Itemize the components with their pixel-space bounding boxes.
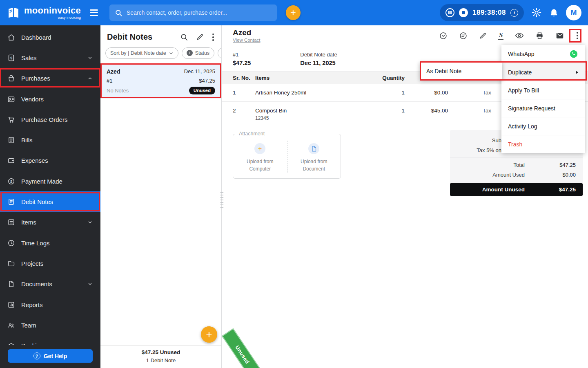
- wallet-icon: [7, 157, 15, 164]
- help-question-icon: ?: [33, 352, 40, 359]
- add-debit-note-button[interactable]: +: [201, 326, 217, 343]
- get-help-label: Get Help: [44, 353, 67, 359]
- pause-icon[interactable]: [445, 8, 454, 17]
- global-search[interactable]: [109, 4, 277, 21]
- sidebar-item-documents[interactable]: Documents: [0, 274, 100, 294]
- topbar: mooninvoice easy invoicing + 189:38:08 i…: [0, 0, 588, 25]
- document-icon: [7, 280, 15, 288]
- menu-item-whatsapp[interactable]: WhatsApp: [501, 45, 585, 63]
- row-price: $0.00: [405, 90, 448, 96]
- view-contact-link[interactable]: View Contact: [233, 38, 261, 43]
- home-icon: [7, 34, 15, 41]
- vendors-card-icon: [7, 95, 15, 103]
- debit-note-list-item[interactable]: Azed Dec 11, 2025 #1 $47.25 No Notes Unu…: [100, 64, 221, 99]
- status-chip-label: Status: [195, 50, 209, 56]
- note-number: #1: [107, 78, 112, 84]
- sidebar-item-sales[interactable]: $ Sales: [0, 47, 100, 68]
- print-icon[interactable]: [535, 31, 544, 40]
- folder-icon: [7, 260, 15, 267]
- detail-title: Azed: [233, 29, 261, 36]
- col-sr-no: Sr. No.: [233, 75, 255, 81]
- notifications-bell-icon[interactable]: [549, 8, 559, 18]
- sort-by-label: Sort by | Debit Note date: [110, 50, 166, 56]
- mooninvoice-logo-icon: [7, 7, 20, 19]
- unused-status-badge: Unused: [189, 87, 215, 94]
- sidebar-item-items[interactable]: Items: [0, 212, 100, 233]
- note-amount: $47.25: [199, 78, 215, 84]
- sidebar-item-vendors[interactable]: Vendors: [0, 89, 100, 109]
- adjustments-icon[interactable]: [459, 31, 468, 40]
- edit-pencil-icon[interactable]: [196, 33, 204, 41]
- col-quantity: Quantity: [368, 75, 405, 81]
- amount-used-value: $0.00: [549, 172, 583, 178]
- debit-note-icon: [7, 198, 15, 206]
- sidebar-item-label: Expenses: [21, 157, 93, 164]
- hamburger-menu-icon[interactable]: [87, 5, 100, 20]
- sidebar-item-projects[interactable]: Projects: [0, 253, 100, 274]
- sidebar-item-label: Vendors: [21, 96, 93, 103]
- preview-eye-icon[interactable]: [515, 31, 524, 40]
- detail-context-menu: WhatsApp Duplicate Apply To Bill Signatu…: [501, 45, 585, 153]
- list-search-icon[interactable]: [180, 33, 188, 41]
- sidebar-item-label: Bills: [21, 137, 93, 144]
- filter-chips-row: Sort by | Debit Note date + Status: [100, 47, 221, 64]
- footer-note-count: 1 Debit Note: [100, 357, 221, 364]
- status-filter-chip[interactable]: + Status: [182, 47, 214, 59]
- menu-item-signature-request[interactable]: Signature Request: [501, 99, 585, 117]
- sidebar-item-label: Documents: [21, 280, 81, 287]
- email-icon[interactable]: [555, 31, 564, 40]
- sidebar-item-label: Purchases: [21, 75, 81, 82]
- info-icon[interactable]: i: [510, 9, 518, 17]
- clipped-filter-chip[interactable]: [218, 47, 221, 59]
- attachment-legend: Attachment: [236, 131, 267, 137]
- sidebar-item-time-logs[interactable]: Time Logs: [0, 233, 100, 253]
- sidebar-item-reports[interactable]: Reports: [0, 294, 100, 315]
- search-icon: [115, 9, 122, 17]
- amount-unused-value: $47.25: [549, 186, 583, 193]
- menu-item-duplicate[interactable]: Duplicate: [501, 63, 585, 81]
- user-avatar[interactable]: M: [566, 5, 581, 20]
- detail-kebab-menu-icon[interactable]: [576, 30, 579, 41]
- upload-from-document[interactable]: Upload from Document: [287, 141, 341, 173]
- quick-add-button[interactable]: +: [286, 5, 301, 20]
- note-notes-text: No Notes: [107, 88, 129, 94]
- row-tax: Tax: [448, 90, 491, 96]
- row-item-name: Compost Bin 12345: [255, 108, 368, 121]
- sidebar-item-payment-made[interactable]: $ Payment Made: [0, 171, 100, 191]
- upload-document-icon: [308, 143, 319, 154]
- sidebar-item-bills[interactable]: Bills: [0, 130, 100, 150]
- sidebar-item-debit-notes[interactable]: Debit Notes: [0, 191, 100, 212]
- get-help-button[interactable]: ? Get Help: [8, 349, 93, 363]
- sidebar-item-label: Projects: [21, 260, 93, 267]
- edit-pencil-icon[interactable]: [479, 32, 487, 40]
- menu-item-trash[interactable]: Trash: [501, 135, 585, 153]
- upload-from-computer[interactable]: + Upload from Computer: [233, 141, 287, 173]
- chevron-up-icon: [87, 75, 93, 81]
- subtotal-label: Sub: [450, 137, 501, 144]
- search-input[interactable]: [127, 9, 272, 16]
- signature-icon[interactable]: S: [498, 31, 503, 40]
- detail-date-value: Dec 11, 2025: [300, 60, 337, 66]
- app-logo[interactable]: mooninvoice easy invoicing: [0, 6, 81, 20]
- amount-unused-label: Amount Unused: [450, 186, 549, 193]
- sidebar-item-purchase-orders[interactable]: Purchase Orders: [0, 109, 100, 130]
- sidebar-item-label: Time Logs: [21, 240, 93, 247]
- panel-resize-handle[interactable]: [220, 191, 224, 208]
- stop-icon[interactable]: [459, 8, 468, 17]
- sidebar-item-expenses[interactable]: Expenses: [0, 150, 100, 171]
- menu-item-apply-to-bill[interactable]: Apply To Bill: [501, 81, 585, 99]
- settings-gear-icon[interactable]: [531, 7, 542, 18]
- sidebar-item-team[interactable]: Team: [0, 315, 100, 335]
- sidebar-item-purchases[interactable]: Purchases: [0, 68, 100, 89]
- menu-item-activity-log[interactable]: Activity Log: [501, 117, 585, 135]
- sort-by-chip[interactable]: Sort by | Debit Note date: [105, 47, 178, 59]
- row-qty: 1: [368, 108, 405, 114]
- sidebar-item-dashboard[interactable]: Dashboard: [0, 27, 100, 47]
- note-date: Dec 11, 2025: [184, 68, 215, 74]
- team-icon: [7, 321, 15, 329]
- status-circle-icon[interactable]: [439, 31, 448, 40]
- submenu-item-as-debit-note[interactable]: As Debit Note: [420, 62, 502, 80]
- timer-widget: 189:38:08 i: [440, 4, 524, 21]
- list-kebab-menu-icon[interactable]: [212, 32, 215, 43]
- sidebar-item-label: Payment Made: [21, 178, 93, 185]
